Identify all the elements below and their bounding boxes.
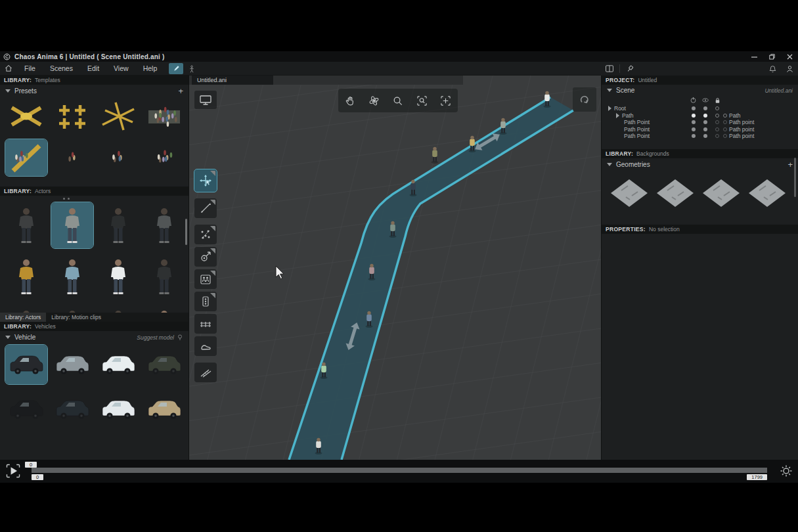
actor-thumb[interactable] (51, 254, 93, 299)
actor-thumb[interactable] (5, 202, 47, 248)
actors-pager-dots[interactable] (63, 198, 70, 200)
geometry-thumb[interactable] (608, 175, 650, 215)
vehicle-thumb[interactable] (51, 345, 93, 384)
settings-gear-icon[interactable] (780, 464, 793, 480)
select-move-tool-icon[interactable] (194, 169, 217, 192)
node-enabled-dot[interactable] (692, 134, 696, 138)
timeline-track[interactable] (32, 468, 767, 473)
tab-library-actors[interactable]: Library: Actors (0, 313, 46, 322)
scene-canvas[interactable] (189, 76, 601, 460)
menu-edit[interactable]: Edit (80, 62, 106, 76)
actor-thumb[interactable] (97, 202, 139, 248)
vehicle-thumb[interactable] (143, 345, 185, 384)
type-radio[interactable] (723, 127, 727, 131)
vehicle-thumb[interactable] (5, 345, 47, 384)
actors-scrollbar[interactable] (185, 219, 187, 245)
list-tool-icon[interactable] (194, 292, 217, 311)
geometry-thumb[interactable] (700, 175, 742, 215)
node-visible-dot[interactable] (703, 114, 707, 118)
range-end-field[interactable]: 1799 (747, 474, 767, 480)
node-visible-dot[interactable] (703, 106, 707, 110)
node-visible-dot[interactable] (703, 127, 707, 131)
play-button[interactable] (4, 462, 22, 480)
vehicle-thumb[interactable] (5, 389, 47, 429)
menu-scenes[interactable]: Scenes (43, 62, 80, 76)
mannequin-icon[interactable] (186, 63, 198, 74)
viewport-3d[interactable]: Untitled.ani (189, 76, 601, 460)
node-lock-dot[interactable] (715, 120, 719, 124)
notifications-bell-icon[interactable] (764, 62, 781, 76)
camera-view-button[interactable] (194, 91, 217, 109)
restore-button[interactable] (769, 54, 775, 60)
preset-thumb[interactable] (143, 139, 185, 176)
expand-arrow-icon[interactable] (616, 113, 619, 118)
terrain-tool-icon[interactable] (194, 363, 217, 382)
tree-row[interactable]: Root (602, 105, 798, 112)
footwear-tool-icon[interactable] (194, 336, 217, 356)
close-button[interactable] (787, 54, 793, 60)
preset-thumb[interactable] (97, 99, 139, 135)
scatter-tool-icon[interactable] (194, 225, 217, 244)
node-visible-dot[interactable] (703, 120, 707, 124)
frame-fit-icon[interactable] (436, 91, 456, 110)
group-tool-icon[interactable] (194, 269, 217, 289)
zoom-region-icon[interactable] (412, 91, 432, 110)
vehicle-section-row[interactable]: Vehicle Suggest model (0, 331, 188, 344)
actor-thumb[interactable] (143, 202, 185, 248)
node-enabled-dot[interactable] (692, 106, 696, 110)
node-enabled-dot[interactable] (692, 114, 696, 118)
node-lock-dot[interactable] (715, 106, 719, 110)
minimize-button[interactable] (751, 54, 757, 60)
user-account-icon[interactable] (781, 62, 798, 76)
tree-row[interactable]: Path Point Path point (602, 126, 798, 133)
vehicle-thumb[interactable] (51, 389, 93, 429)
geometry-thumb[interactable] (654, 175, 696, 215)
preset-thumb[interactable] (97, 139, 139, 176)
presets-section-row[interactable]: Presets + (0, 85, 188, 97)
zoom-icon[interactable] (388, 91, 408, 110)
direction-tool-icon[interactable] (194, 247, 217, 267)
actor-thumb[interactable] (143, 305, 185, 313)
actor-thumb[interactable] (143, 254, 185, 299)
suggest-model-link[interactable]: Suggest model (137, 334, 174, 341)
actor-thumb[interactable] (51, 202, 93, 248)
preset-thumb[interactable] (5, 139, 47, 176)
type-radio[interactable] (723, 134, 727, 138)
type-radio[interactable] (723, 120, 727, 124)
actor-thumb[interactable] (97, 254, 139, 299)
actor-thumb[interactable] (97, 305, 139, 313)
vehicle-thumb[interactable] (97, 389, 139, 429)
scene-section-row[interactable]: Scene Untitled.ani (602, 85, 798, 96)
panel-split-icon[interactable] (601, 62, 618, 76)
orbit-icon[interactable] (365, 91, 384, 110)
barrier-tool-icon[interactable] (194, 314, 217, 334)
actor-thumb[interactable] (51, 305, 93, 313)
preset-thumb[interactable] (51, 139, 93, 176)
type-radio[interactable] (723, 114, 727, 118)
menu-help[interactable]: Help (136, 62, 165, 76)
node-lock-dot[interactable] (715, 127, 719, 131)
menu-view[interactable]: View (106, 62, 136, 76)
viewport-tab[interactable]: Untitled.ani (192, 76, 273, 85)
range-start-field[interactable]: 0 (25, 462, 37, 468)
node-enabled-dot[interactable] (692, 127, 696, 131)
node-lock-dot[interactable] (715, 134, 719, 138)
expand-arrow-icon[interactable] (608, 106, 611, 111)
tree-row[interactable]: Path Point Path point (602, 133, 798, 140)
add-preset-button[interactable]: + (178, 87, 183, 95)
node-lock-dot[interactable] (715, 114, 719, 118)
edit-mode-button[interactable] (169, 63, 183, 74)
path-tool-icon[interactable] (194, 198, 217, 218)
home-icon[interactable] (0, 62, 17, 76)
reset-view-icon[interactable] (573, 87, 596, 112)
actor-thumb[interactable] (5, 305, 47, 313)
right-scrollbar[interactable] (794, 158, 796, 197)
tree-row[interactable]: Path Point Path point (602, 119, 798, 126)
vehicle-thumb[interactable] (143, 389, 185, 429)
actor-thumb[interactable] (5, 254, 47, 299)
node-visible-dot[interactable] (703, 134, 707, 138)
menu-file[interactable]: File (17, 62, 43, 76)
tab-library-motion-clips[interactable]: Library: Motion clips (46, 313, 106, 322)
node-enabled-dot[interactable] (692, 120, 696, 124)
pan-hand-icon[interactable] (340, 91, 360, 110)
